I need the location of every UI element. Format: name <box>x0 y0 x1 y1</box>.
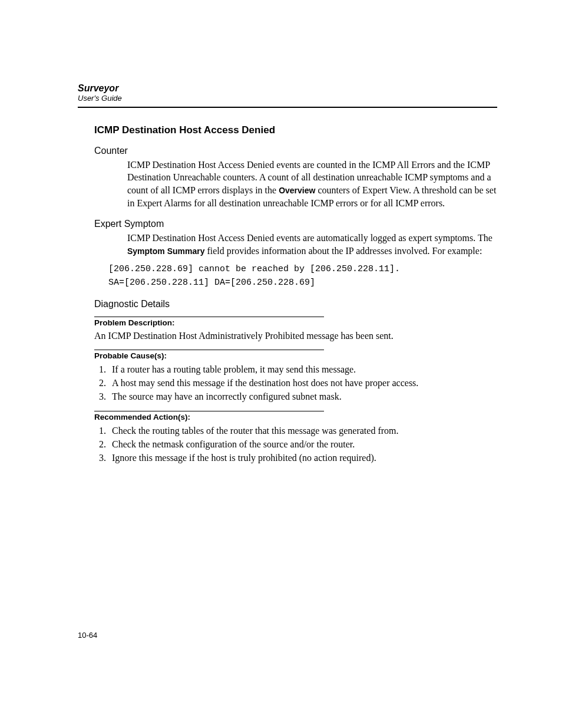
section-title: ICMP Destination Host Access Denied <box>94 124 497 136</box>
page-number: 10-64 <box>78 631 97 640</box>
list-item: The source may have an incorrectly confi… <box>108 390 497 403</box>
divider <box>94 411 324 411</box>
list-item: If a router has a routing table problem,… <box>108 363 497 376</box>
expert-text-pre: ICMP Destination Host Access Denied even… <box>127 233 492 243</box>
header-rule <box>78 107 497 108</box>
problem-text: An ICMP Destination Host Administrativel… <box>94 330 497 342</box>
diagnostic-heading: Diagnostic Details <box>94 299 497 309</box>
expert-text: ICMP Destination Host Access Denied even… <box>127 232 497 257</box>
main-content: ICMP Destination Host Access Denied Coun… <box>78 124 497 465</box>
expert-text-bold: Symptom Summary <box>127 246 204 256</box>
list-item: Check the routing tables of the router t… <box>108 424 497 437</box>
doc-title: Surveyor <box>78 83 497 94</box>
causes-list: If a router has a routing table problem,… <box>94 363 497 404</box>
counter-text: ICMP Destination Host Access Denied even… <box>127 159 497 209</box>
expert-heading: Expert Symptom <box>94 219 497 229</box>
doc-subtitle: User's Guide <box>78 94 497 103</box>
divider <box>94 350 324 350</box>
page-header: Surveyor User's Guide <box>78 83 497 103</box>
list-item: A host may send this message if the dest… <box>108 376 497 390</box>
divider <box>94 317 324 317</box>
list-item: Ignore this message if the host is truly… <box>108 451 497 465</box>
expert-text-post: field provides information about the IP … <box>204 246 482 256</box>
actions-list: Check the routing tables of the router t… <box>94 424 497 465</box>
list-item: Check the netmask configuration of the s… <box>108 437 497 451</box>
actions-label: Recommended Action(s): <box>94 413 497 421</box>
expert-code-example: [206.250.228.69] cannot be reached by [2… <box>108 263 497 289</box>
counter-heading: Counter <box>94 146 497 156</box>
problem-label: Problem Description: <box>94 318 497 327</box>
counter-text-bold: Overview <box>279 186 315 195</box>
causes-label: Probable Cause(s): <box>94 351 497 360</box>
